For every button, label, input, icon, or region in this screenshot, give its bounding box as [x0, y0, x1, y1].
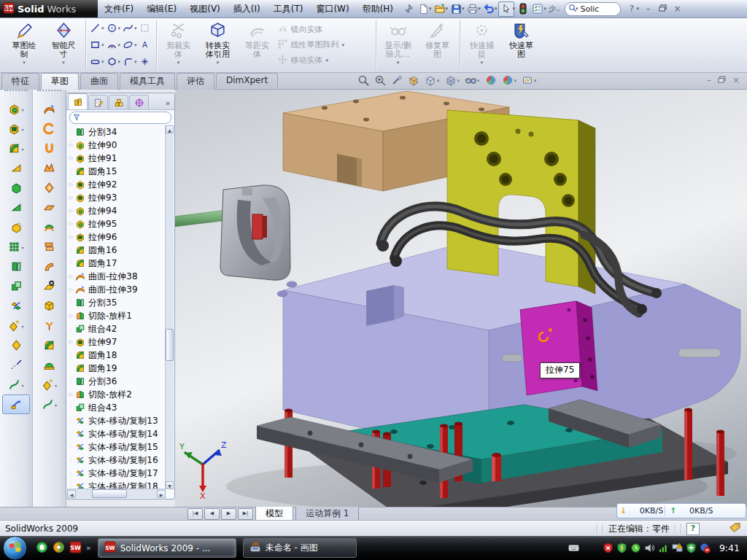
doc-restore-button[interactable] [718, 75, 726, 85]
extruded-boss-button-dropdown[interactable]: ▾ [21, 107, 23, 112]
tree-item-圆角15[interactable]: ·圆角15 [67, 165, 166, 178]
taskbar-task-1[interactable]: 未命名 - 画图 [243, 538, 357, 558]
tree-item-拉伸93[interactable]: ▷拉伸93 [67, 191, 166, 204]
display-style-icon-dropdown[interactable]: ▾ [457, 78, 460, 84]
extend-surface-button[interactable] [36, 316, 63, 335]
tray-security-alert[interactable] [603, 542, 614, 553]
dimxpert-tab[interactable] [129, 95, 149, 109]
tree-item-组合42[interactable]: ·组合42 [67, 322, 166, 335]
move-copy-body-button[interactable] [2, 296, 30, 316]
expand-arrow[interactable]: ▷ [67, 182, 75, 187]
tab-曲面[interactable]: 曲面 [80, 73, 118, 90]
convert-entities-button-dropdown[interactable]: ▾ [217, 60, 220, 66]
hscroll-thumb[interactable] [92, 489, 127, 498]
boss-feature-button[interactable] [2, 335, 30, 355]
chamfer-button[interactable] [2, 158, 30, 178]
extruded-cut-button-dropdown[interactable]: ▾ [21, 127, 23, 132]
apply-scene[interactable]: ▾ [502, 74, 517, 86]
apply-scene-icon-dropdown[interactable]: ▾ [514, 78, 517, 84]
tree-item-分割36[interactable]: ·分割36 [67, 375, 166, 388]
tree-item-拉伸92[interactable]: ▷拉伸92 [67, 178, 166, 191]
tree-item-圆角18[interactable]: ·圆角18 [67, 349, 166, 362]
revolved-surface-button[interactable] [36, 119, 63, 139]
ellipse-tool[interactable]: ▾ [123, 39, 137, 50]
search-input[interactable] [579, 4, 616, 15]
tree-item-拉伸96[interactable]: ▷拉伸96 [67, 230, 166, 244]
hide-show-items[interactable]: ▾ [465, 74, 480, 86]
part-stop-pin[interactable] [492, 453, 501, 481]
curve-button[interactable]: ▾ [2, 375, 30, 394]
menu-item-0[interactable]: 文件(F) [98, 0, 140, 18]
fillet-button-dropdown[interactable]: ▾ [21, 147, 23, 152]
hole-wizard-button[interactable] [2, 217, 30, 237]
tree-item-拉伸91[interactable]: ▷拉伸91 [67, 152, 166, 165]
start-button[interactable] [3, 536, 27, 560]
tree-item-分割34[interactable]: ·分割34 [67, 125, 166, 139]
doc-minimize-button[interactable]: – [707, 75, 711, 85]
messenger-icon[interactable] [36, 541, 48, 556]
select-tool-dropdown[interactable]: ▾ [513, 6, 516, 12]
scroll-up-arrow[interactable]: ▲ [166, 125, 174, 133]
tray-defender[interactable] [686, 542, 697, 553]
model-canvas[interactable]: Y Z X [175, 89, 747, 507]
sheet-nav-2[interactable]: ▶ [221, 508, 236, 520]
point-tool[interactable] [139, 56, 150, 67]
solidworks-quicklaunch-icon[interactable]: SW [69, 541, 82, 556]
tab-特征[interactable]: 特征 [1, 73, 39, 90]
tree-item-分割35[interactable]: ·分割35 [67, 296, 166, 309]
sketch-fillet-tool[interactable]: ▾ [123, 56, 137, 67]
linear-pattern-button[interactable]: ▾ [2, 237, 30, 257]
expand-arrow[interactable]: ▷ [67, 221, 75, 227]
surface-flange-button[interactable] [36, 257, 63, 276]
pattern-box-tool[interactable] [139, 23, 150, 34]
sketch-button-dropdown[interactable]: ▾ [23, 60, 26, 66]
freeform-button[interactable]: ▾ [36, 375, 63, 394]
open-file-icon[interactable] [433, 2, 447, 16]
scroll-thumb[interactable] [166, 329, 174, 361]
sheet-nav-3[interactable]: ▶| [238, 508, 253, 520]
circle-tool[interactable]: ▾ [107, 23, 121, 34]
curve-through-points-button[interactable]: ▾ [36, 394, 63, 414]
line-tool-dropdown[interactable]: ▾ [101, 26, 104, 31]
menu-item-3[interactable]: 插入(I) [227, 0, 267, 18]
tab-草图[interactable]: 草图 [41, 73, 79, 90]
filled-surface-button[interactable] [36, 178, 63, 198]
line-tool[interactable]: ▾ [90, 23, 104, 34]
sheet-nav-0[interactable]: |◀ [187, 508, 203, 520]
tree-item-拉伸97[interactable]: ▷拉伸97 [67, 335, 166, 349]
configurationmanager-tab[interactable] [109, 95, 128, 109]
tree-item-曲面-拉伸38[interactable]: ▷曲面-拉伸38 [67, 270, 166, 283]
print-icon[interactable] [465, 2, 480, 16]
surface-fillet-button[interactable] [36, 335, 63, 355]
scroll-right-arrow[interactable]: ▶ [157, 490, 166, 498]
new-file-icon[interactable] [416, 2, 430, 16]
view-settings[interactable]: ▾ [522, 74, 537, 86]
panel-overflow-button[interactable]: » [166, 99, 173, 109]
scroll-left-arrow[interactable]: ◀ [67, 490, 76, 498]
expand-arrow[interactable]: ▷ [67, 339, 75, 345]
tree-item-实体-移动/复制14[interactable]: ·实体-移动/复制14 [67, 427, 166, 440]
featuremanager-tab[interactable] [68, 93, 88, 109]
expand-arrow[interactable]: ▷ [67, 313, 75, 319]
minimize-button[interactable]: – [642, 4, 654, 14]
zoom-area[interactable] [374, 74, 386, 86]
insert-part-button[interactable]: ▾ [2, 316, 30, 335]
arc-tool[interactable]: ▾ [107, 39, 121, 50]
arc-tool-dropdown[interactable]: ▾ [118, 42, 121, 48]
menu-item-1[interactable]: 编辑(E) [140, 0, 183, 18]
knit-surface-button[interactable] [36, 237, 63, 257]
tree-item-圆角19[interactable]: ·圆角19 [67, 362, 166, 375]
slot-tool[interactable]: ▾ [90, 56, 104, 67]
draft-button[interactable] [2, 198, 30, 217]
doc-close-button[interactable]: × [732, 75, 740, 85]
pin-icon[interactable] [401, 2, 416, 16]
quick-tips-button[interactable]: ? [686, 523, 700, 535]
tree-item-曲面-拉伸39[interactable]: ▷曲面-拉伸39 [67, 283, 166, 296]
tree-item-实体-移动/复制15[interactable]: ·实体-移动/复制15 [67, 440, 166, 454]
tray-system-update[interactable] [630, 542, 641, 553]
tree-item-拉伸95[interactable]: ▷拉伸95 [67, 217, 166, 230]
fillet-button[interactable]: ▾ [2, 139, 30, 158]
hide-show-items-icon-dropdown[interactable]: ▾ [477, 78, 480, 84]
polygon-tool[interactable]: ▾ [107, 56, 121, 67]
tray-keyboard[interactable] [568, 542, 579, 553]
